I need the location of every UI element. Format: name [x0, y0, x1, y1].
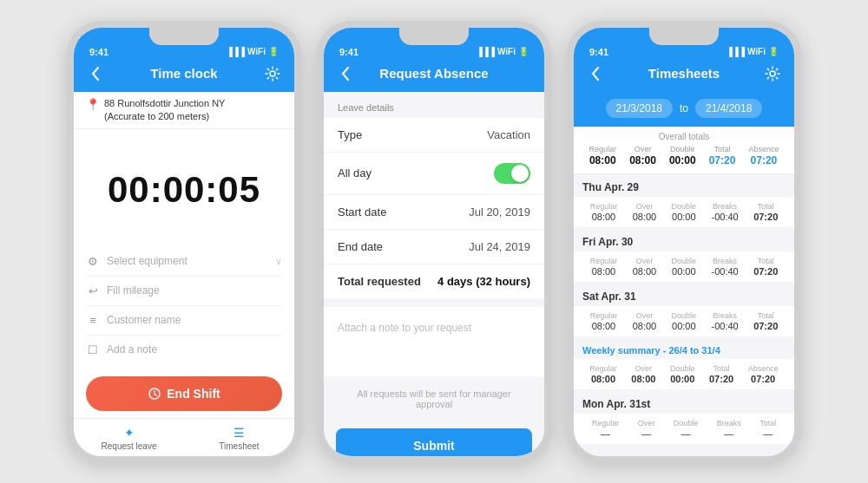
- status-time-2: 9:41: [339, 47, 358, 57]
- back-icon[interactable]: [86, 64, 105, 83]
- total-regular: Regular 08:00: [589, 145, 617, 166]
- status-bar-2: 9:41 ▐▐▐ WiFi 🔋: [324, 28, 544, 59]
- timesheets-scroll[interactable]: Thu Apr. 29 Regular08:00 Over08:00 Doubl…: [574, 174, 794, 456]
- fields-section: ⚙ Select equipment ∨ ↩ Fill mileage ≡ Cu…: [74, 242, 294, 369]
- total-label: Total requested: [338, 275, 421, 288]
- thu-breaks: Breaks-00:40: [712, 202, 739, 222]
- total-double-value: 00:00: [669, 154, 696, 166]
- fill-mileage-row[interactable]: ↩ Fill mileage: [86, 277, 282, 306]
- absence-header: Request Absence: [324, 59, 544, 92]
- battery-icon-2: 🔋: [518, 47, 529, 56]
- type-row[interactable]: Type Vacation: [324, 118, 544, 153]
- status-bar-3: 9:41 ▐▐▐ WiFi 🔋: [574, 28, 794, 59]
- customer-name-row[interactable]: ≡ Customer name: [86, 306, 282, 336]
- wifi-icon-3: WiFi: [747, 47, 766, 56]
- mon-breaks: Breaks—: [717, 419, 741, 439]
- total-over-value: 08:00: [629, 154, 656, 166]
- total-regular-value: 08:00: [589, 154, 616, 166]
- sat-regular: Regular08:00: [590, 311, 618, 331]
- customer-icon: ≡: [86, 314, 100, 327]
- fri-breaks: Breaks-00:40: [712, 257, 739, 277]
- allday-row[interactable]: All day: [324, 153, 544, 195]
- mileage-label: Fill mileage: [107, 284, 282, 297]
- request-leave-tab[interactable]: ✦ Request leave: [74, 426, 184, 451]
- select-equipment-row[interactable]: ⚙ Select equipment ∨: [86, 247, 282, 277]
- phone-timeclock: 9:41 ▐▐▐ WiFi 🔋 Time clock 📍 88 Runolfsd…: [67, 21, 301, 463]
- day-fri-header: Fri Apr. 30: [574, 229, 794, 251]
- date-range-bar: 21/3/2018 to 21/4/2018: [574, 92, 794, 127]
- wifi-icon: WiFi: [247, 47, 266, 56]
- timeclock-header: Time clock: [74, 59, 294, 92]
- type-label: Type: [338, 128, 362, 141]
- enddate-value: Jul 24, 2019: [469, 240, 530, 253]
- svg-point-0: [270, 71, 275, 76]
- equipment-icon: ⚙: [86, 255, 100, 268]
- sat-breaks: Breaks-00:40: [712, 311, 739, 331]
- bottom-tabs: ✦ Request leave ☰ Timesheet: [74, 418, 294, 456]
- total-total: Total 07:20: [709, 145, 736, 166]
- ws-over: Over08:00: [631, 364, 655, 384]
- timesheet-icon: ☰: [233, 426, 245, 440]
- sat-total: Total07:20: [753, 311, 778, 331]
- note-icon: ☐: [86, 343, 100, 356]
- fri-total: Total07:20: [753, 257, 778, 277]
- date-range-to: to: [680, 102, 688, 114]
- request-leave-label: Request leave: [102, 441, 157, 451]
- total-absence-value: 07:20: [751, 154, 778, 166]
- ws-double: Double00:00: [670, 364, 695, 384]
- end-shift-button[interactable]: End Shift: [86, 376, 282, 411]
- total-total-label: Total: [714, 145, 731, 153]
- mon-regular: Regular—: [592, 419, 620, 439]
- phone-request-absence: 9:41 ▐▐▐ WiFi 🔋 Request Absence Leave de…: [317, 21, 551, 463]
- thu-total: Total07:20: [753, 202, 778, 222]
- day-sat-header: Sat Apr. 31: [574, 284, 794, 306]
- date-from-pill[interactable]: 21/3/2018: [606, 99, 673, 118]
- note-area[interactable]: Attach a note to your request: [324, 307, 544, 376]
- weekly-summary-cols: Regular08:00 Over08:00 Double00:00 Total…: [582, 364, 786, 384]
- timesheets-title: Timesheets: [605, 66, 763, 81]
- status-icons-1: ▐▐▐ WiFi 🔋: [227, 47, 279, 56]
- timeclock-title: Time clock: [105, 66, 263, 81]
- timesheets-back-icon[interactable]: [586, 64, 605, 83]
- startdate-value: Jul 20, 2019: [469, 206, 530, 219]
- manager-note: All requests will be sent for manager ap…: [324, 376, 544, 421]
- absence-back-icon[interactable]: [336, 64, 355, 83]
- timesheets-settings-icon[interactable]: [763, 64, 782, 83]
- status-icons-2: ▐▐▐ WiFi 🔋: [477, 47, 529, 56]
- total-double: Double 00:00: [669, 145, 696, 166]
- enddate-row[interactable]: End date Jul 24, 2019: [324, 230, 544, 264]
- weekly-summary-card: Regular08:00 Over08:00 Double00:00 Total…: [574, 359, 794, 389]
- total-regular-label: Regular: [589, 145, 617, 153]
- ws-regular: Regular08:00: [589, 364, 617, 384]
- day-fri-card: Regular08:00 Over08:00 Double00:00 Break…: [574, 251, 794, 282]
- day-sat-cols: Regular08:00 Over08:00 Double00:00 Break…: [582, 311, 786, 331]
- day-fri-cols: Regular08:00 Over08:00 Double00:00 Break…: [582, 257, 786, 277]
- mon-double: Double—: [674, 419, 699, 439]
- timesheet-tab[interactable]: ☰ Timesheet: [184, 426, 294, 451]
- end-shift-label: End Shift: [167, 387, 220, 401]
- mon-over: Over—: [638, 419, 655, 439]
- submit-button[interactable]: Submit: [336, 428, 532, 456]
- settings-icon[interactable]: [263, 64, 282, 83]
- sat-double: Double00:00: [672, 311, 697, 331]
- status-time-3: 9:41: [589, 47, 608, 57]
- scene: 9:41 ▐▐▐ WiFi 🔋 Time clock 📍 88 Runolfsd…: [0, 0, 868, 483]
- startdate-row[interactable]: Start date Jul 20, 2019: [324, 195, 544, 230]
- timeclock-body: 📍 88 Runolfsdottir Junction NY (Accurate…: [74, 92, 294, 456]
- fri-over: Over08:00: [633, 257, 657, 277]
- ws-total: Total07:20: [709, 364, 733, 384]
- note-placeholder: Attach a note to your request: [338, 322, 471, 334]
- startdate-label: Start date: [338, 206, 386, 219]
- customer-label: Customer name: [107, 314, 282, 326]
- day-thu-cols: Regular08:00 Over08:00 Double00:00 Break…: [582, 202, 786, 222]
- enddate-label: End date: [338, 240, 383, 253]
- mon-total: Total—: [760, 419, 776, 439]
- request-leave-icon: ✦: [124, 426, 135, 440]
- timer-display: 00:00:05: [108, 169, 260, 211]
- location-icon: 📍: [86, 98, 100, 111]
- total-over-label: Over: [635, 145, 652, 153]
- date-to-pill[interactable]: 21/4/2018: [695, 99, 762, 118]
- allday-toggle[interactable]: [494, 163, 530, 184]
- day-sat-card: Regular08:00 Over08:00 Double00:00 Break…: [574, 306, 794, 336]
- add-note-row[interactable]: ☐ Add a note: [86, 336, 282, 364]
